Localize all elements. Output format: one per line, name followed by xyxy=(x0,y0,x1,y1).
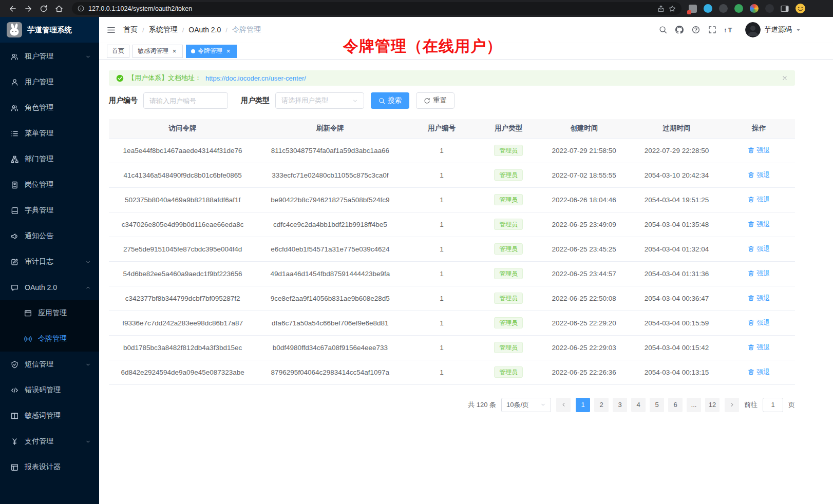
sensitive-icon xyxy=(11,412,18,420)
force-logout-button[interactable]: 强退 xyxy=(748,294,770,303)
tab-close-icon[interactable]: × xyxy=(225,48,232,54)
help-icon[interactable] xyxy=(692,26,700,34)
extension-icon[interactable] xyxy=(704,4,712,13)
chevron-up-icon xyxy=(85,285,91,290)
user-id-input[interactable] xyxy=(143,92,228,109)
page-button-6[interactable]: 6 xyxy=(668,398,683,412)
address-bar[interactable]: 127.0.0.1:1024/system/oauth2/token xyxy=(72,2,681,15)
page-ellipsis[interactable]: ... xyxy=(687,398,701,412)
force-logout-button[interactable]: 强退 xyxy=(748,195,770,204)
chevron-down-icon xyxy=(85,362,91,367)
create-time-cell: 2022-06-25 22:26:36 xyxy=(538,360,630,384)
extension-icon[interactable] xyxy=(719,4,728,13)
refresh-token-cell: 49d1aa46d1454fbd87591444423be9fa xyxy=(256,261,404,286)
site-info-icon[interactable] xyxy=(78,5,84,12)
topbar-actions: tT 芋道源码 xyxy=(659,22,801,37)
reset-button[interactable]: 重置 xyxy=(416,92,455,109)
force-logout-button[interactable]: 强退 xyxy=(748,170,770,180)
page-button-5[interactable]: 5 xyxy=(650,398,664,412)
column-header-0: 访问令牌 xyxy=(109,119,256,138)
logo-image xyxy=(7,22,22,37)
sidebar-item-3[interactable]: 菜单管理 xyxy=(0,121,99,146)
force-logout-label: 强退 xyxy=(756,170,770,180)
sidebar-item-4[interactable]: 部门管理 xyxy=(0,146,99,172)
browser-back-button[interactable] xyxy=(9,5,17,13)
table-row: 41c41346a548490f9dc8b01c6bfe0865333ecfc7… xyxy=(109,163,795,187)
force-logout-button[interactable]: 强退 xyxy=(748,244,770,254)
force-logout-button[interactable]: 强退 xyxy=(748,343,770,352)
user-id-cell: 1 xyxy=(404,335,479,360)
doc-link[interactable]: https://doc.iocoder.cn/user-center/ xyxy=(205,74,306,82)
breadcrumb-item-2[interactable]: OAuth 2.0 xyxy=(188,26,221,34)
fullscreen-icon[interactable] xyxy=(708,26,716,34)
sidebar-item-9[interactable]: OAuth 2.0 xyxy=(0,275,99,300)
extension-icon[interactable] xyxy=(765,4,774,13)
access-token-cell: 1ea5e44f8bc1467aaede43144f31de76 xyxy=(109,138,256,163)
force-logout-button[interactable]: 强退 xyxy=(748,146,770,155)
table-row: b0d1785bc3a8482f812db4a3f3bd15ecb0df4980… xyxy=(109,335,795,360)
sidebar-item-5[interactable]: 岗位管理 xyxy=(0,172,99,198)
page-size-select[interactable]: 10条/页 xyxy=(501,398,551,412)
refresh-token-cell: dfa6c71a50a54c66bef706ef9e6e8d81 xyxy=(256,311,404,335)
page-button-1[interactable]: 1 xyxy=(576,398,590,412)
sidebar-item-10[interactable]: 短信管理 xyxy=(0,352,99,377)
github-icon[interactable] xyxy=(675,26,684,34)
app-logo[interactable]: 芋道管理系统 xyxy=(0,17,99,43)
page-button-3[interactable]: 3 xyxy=(613,398,627,412)
alert-close-icon[interactable] xyxy=(782,75,788,81)
browser-forward-button[interactable] xyxy=(24,5,32,13)
goto-page-input[interactable] xyxy=(763,398,783,412)
breadcrumb-separator: / xyxy=(225,26,228,34)
column-header-3: 用户类型 xyxy=(479,119,538,138)
extension-icon[interactable] xyxy=(689,5,697,13)
bookmark-star-icon[interactable] xyxy=(669,5,676,12)
sidebar-item-8[interactable]: 审计日志 xyxy=(0,249,99,275)
sidebar-item-14[interactable]: 报表设计器 xyxy=(0,454,99,480)
create-time-cell: 2022-07-29 21:58:50 xyxy=(538,138,630,163)
share-icon[interactable] xyxy=(657,5,665,12)
search-button[interactable]: 搜索 xyxy=(371,92,409,109)
extension-icon[interactable] xyxy=(750,4,759,13)
sidebar-item-6[interactable]: 字典管理 xyxy=(0,198,99,223)
sidebar-item-13[interactable]: 支付管理 xyxy=(0,429,99,454)
sidebar-item-11[interactable]: 错误码管理 xyxy=(0,377,99,403)
action-cell: 强退 xyxy=(723,360,795,384)
tab-1[interactable]: 敏感词管理× xyxy=(132,45,183,58)
force-logout-button[interactable]: 强退 xyxy=(748,220,770,229)
side-panel-icon[interactable] xyxy=(781,5,789,13)
tab-close-icon[interactable]: × xyxy=(171,48,178,54)
sidebar-item-0[interactable]: 租户管理 xyxy=(0,44,99,69)
table-row: 6d842e2924594de9a09e45e087323abe8796295f… xyxy=(109,360,795,384)
user-type-select[interactable]: 请选择用户类型 xyxy=(275,92,364,109)
expire-time-cell: 2054-03-04 00:15:59 xyxy=(630,311,723,335)
sidebar-toggle-icon[interactable] xyxy=(107,26,116,34)
expire-time-cell: 2054-03-04 00:15:42 xyxy=(630,335,723,360)
force-logout-button[interactable]: 强退 xyxy=(748,318,770,327)
sidebar-item-12[interactable]: 敏感词管理 xyxy=(0,403,99,429)
page-button-12[interactable]: 12 xyxy=(705,398,720,412)
font-size-icon[interactable]: tT xyxy=(725,26,735,34)
page-button-2[interactable]: 2 xyxy=(594,398,609,412)
sidebar-subitem-9-0[interactable]: 应用管理 xyxy=(0,300,99,326)
page-button-4[interactable]: 4 xyxy=(631,398,646,412)
tab-0[interactable]: 首页 xyxy=(107,45,129,58)
search-icon[interactable] xyxy=(659,26,667,34)
sidebar-item-1[interactable]: 用户管理 xyxy=(0,69,99,95)
prev-page-button[interactable] xyxy=(556,398,571,412)
force-logout-button[interactable]: 强退 xyxy=(748,367,770,377)
sidebar-subitem-9-1[interactable]: 令牌管理 xyxy=(0,326,99,352)
user-menu[interactable]: 芋道源码 xyxy=(745,22,801,37)
sidebar-item-7[interactable]: 通知公告 xyxy=(0,223,99,249)
browser-home-button[interactable] xyxy=(55,5,63,13)
table-row: 502375b8040a469a9b82188afdf6af1fbe90422b… xyxy=(109,187,795,212)
extension-icon[interactable] xyxy=(734,4,743,13)
browser-profile-avatar[interactable] xyxy=(796,4,805,13)
force-logout-button[interactable]: 强退 xyxy=(748,269,770,278)
breadcrumb-item-1[interactable]: 系统管理 xyxy=(149,25,178,34)
breadcrumb-item-0[interactable]: 首页 xyxy=(123,25,138,34)
next-page-button[interactable] xyxy=(725,398,739,412)
tab-2[interactable]: 令牌管理× xyxy=(186,45,237,58)
sidebar-item-2[interactable]: 角色管理 xyxy=(0,95,99,121)
browser-reload-button[interactable] xyxy=(40,5,48,13)
sidebar: 芋道管理系统 租户管理用户管理角色管理菜单管理部门管理岗位管理字典管理通知公告审… xyxy=(0,17,99,504)
